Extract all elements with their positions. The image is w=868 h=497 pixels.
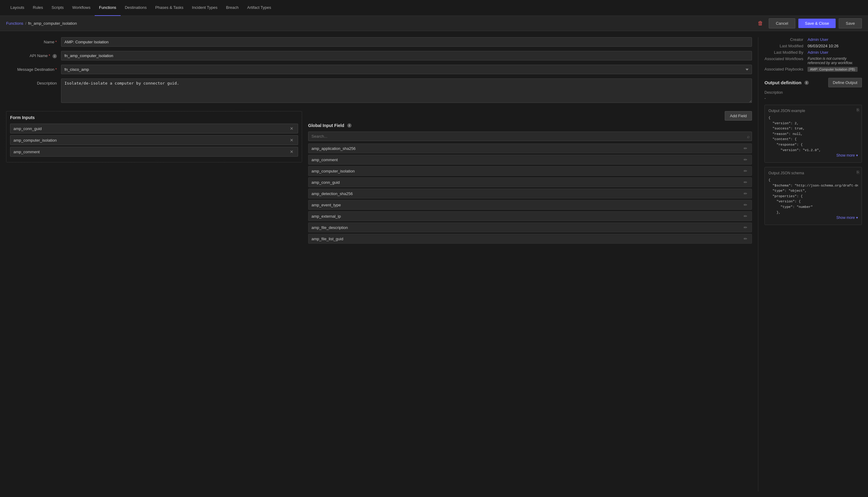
tab-destinations[interactable]: Destinations <box>121 0 151 16</box>
edit-amp-file-description[interactable]: ✏ <box>742 225 748 230</box>
edit-amp-file-list-guid[interactable]: ✏ <box>742 236 748 241</box>
global-input-search-box: ⌕ <box>308 131 752 141</box>
json-schema-label: Output JSON schema <box>768 171 858 175</box>
description-field-row: Description Isolate/de-isolate a compute… <box>6 79 752 104</box>
form-inputs-panel: Form Inputs amp_conn_guid ✕ amp_computer… <box>6 111 302 162</box>
tab-breach[interactable]: Breach <box>222 0 243 16</box>
edit-amp-external-ip[interactable]: ✏ <box>742 214 748 218</box>
left-panel: Name* API Name* i Message Destination* <box>6 37 758 492</box>
chevron-down-icon-2 <box>856 215 858 220</box>
tab-layouts[interactable]: Layouts <box>6 0 29 16</box>
breadcrumb-separator: / <box>25 21 26 26</box>
output-definition-section: Output definition i Define Output Descri… <box>765 78 862 225</box>
global-field-list: amp_application_sha256 ✏ amp_comment ✏ a… <box>308 143 752 244</box>
form-inputs-title: Form Inputs <box>10 115 298 120</box>
creator-value: Admin User <box>808 37 862 42</box>
associated-workflows-label: Associated Workflows <box>765 56 803 65</box>
api-name-input[interactable] <box>61 51 752 60</box>
tab-rules[interactable]: Rules <box>29 0 47 16</box>
copy-json-example-button[interactable]: ⎘ <box>857 108 859 112</box>
breadcrumb-bar: Functions / fn_amp_computer_isolation 🗑 … <box>0 16 868 31</box>
chevron-down-icon <box>856 153 858 157</box>
json-example-box: Output JSON example ⎘ { "version": 2, "s… <box>765 105 862 163</box>
output-desc-label: Description <box>765 90 862 95</box>
edit-amp-computer-isolation[interactable]: ✏ <box>742 169 748 173</box>
creator-link[interactable]: Admin User <box>808 37 828 42</box>
show-more-json-schema-button[interactable]: Show more <box>836 214 858 221</box>
api-name-label: API Name* i <box>6 51 61 58</box>
breadcrumb: Functions / fn_amp_computer_isolation <box>6 21 77 26</box>
edit-amp-event-type[interactable]: ✏ <box>742 202 748 207</box>
last-modified-by-link[interactable]: Admin User <box>808 50 828 55</box>
global-input-search[interactable] <box>308 131 752 141</box>
define-output-button[interactable]: Define Output <box>828 78 862 87</box>
name-input-wrapper <box>61 37 752 47</box>
msg-dest-required: * <box>55 67 57 72</box>
list-item: amp_application_sha256 ✏ <box>308 143 752 153</box>
list-item: amp_file_list_guid ✏ <box>308 234 752 244</box>
json-example-label: Output JSON example <box>768 109 858 113</box>
breadcrumb-parent[interactable]: Functions <box>6 21 23 26</box>
list-item: amp_event_type ✏ <box>308 200 752 210</box>
api-name-info-icon: i <box>53 54 57 58</box>
tab-workflows[interactable]: Workflows <box>68 0 95 16</box>
edit-amp-detection-sha256[interactable]: ✏ <box>742 191 748 196</box>
output-definition-header: Output definition i Define Output <box>765 78 862 87</box>
last-modified-label: Last Modified <box>765 44 803 48</box>
global-input-panel: Global Input Field i ⌕ amp_application_s… <box>308 123 752 244</box>
save-close-button[interactable]: Save & Close <box>798 19 836 28</box>
global-input-title: Global Input Field i <box>308 123 352 128</box>
message-dest-label: Message Destination* <box>6 65 61 72</box>
save-button[interactable]: Save <box>839 18 862 28</box>
output-info-icon: i <box>804 81 809 85</box>
show-more-json-example-button[interactable]: Show more <box>836 152 858 159</box>
last-modified-value: 06/03/2024 10:26 <box>808 44 862 48</box>
tab-scripts[interactable]: Scripts <box>47 0 68 16</box>
playbook-badge: AMP: Computer Isolation (PB) <box>808 67 857 72</box>
name-input[interactable] <box>61 37 752 47</box>
name-field-row: Name* <box>6 37 752 47</box>
form-section: Name* API Name* i Message Destination* <box>6 37 752 104</box>
main-content: Name* API Name* i Message Destination* <box>0 31 868 497</box>
description-label: Description <box>6 79 61 85</box>
json-example-code: { "version": 2, "success": true, "reason… <box>768 115 858 152</box>
add-field-button[interactable]: Add Field <box>725 111 752 120</box>
metadata-grid: Creator Admin User Last Modified 06/03/2… <box>765 37 862 72</box>
tab-phases-tasks[interactable]: Phases & Tasks <box>151 0 187 16</box>
message-dest-select[interactable]: fn_cisco_amp <box>61 65 752 74</box>
edit-amp-application-sha256[interactable]: ✏ <box>742 146 748 151</box>
search-icon: ⌕ <box>747 134 750 139</box>
json-schema-box: Output JSON schema ⎘ { "$schema": "http:… <box>765 167 862 225</box>
name-required: * <box>55 40 57 44</box>
form-input-amp-conn-guid: amp_conn_guid ✕ <box>10 124 298 133</box>
tab-artifact-types[interactable]: Artifact Types <box>243 0 276 16</box>
tab-incident-types[interactable]: Incident Types <box>187 0 222 16</box>
edit-amp-conn-guid[interactable]: ✏ <box>742 180 748 185</box>
edit-amp-comment[interactable]: ✏ <box>742 157 748 162</box>
message-dest-input-wrapper: fn_cisco_amp <box>61 65 752 74</box>
tab-functions[interactable]: Functions <box>95 0 120 16</box>
list-item: amp_computer_isolation ✏ <box>308 166 752 176</box>
top-navigation: Layouts Rules Scripts Workflows Function… <box>0 0 868 16</box>
cancel-button[interactable]: Cancel <box>769 18 795 28</box>
api-name-required: * <box>48 54 50 58</box>
description-textarea[interactable]: Isolate/de-isolate a computer by connect… <box>61 79 752 103</box>
form-input-amp-computer-isolation: amp_computer_isolation ✕ <box>10 135 298 145</box>
breadcrumb-current: fn_amp_computer_isolation <box>28 21 77 26</box>
output-definition-title: Output definition i <box>765 80 809 85</box>
remove-amp-comment[interactable]: ✕ <box>289 149 295 154</box>
name-label: Name* <box>6 37 61 44</box>
list-item: amp_external_ip ✏ <box>308 211 752 221</box>
associated-playbooks-value: AMP: Computer Isolation (PB) <box>808 67 862 72</box>
form-input-amp-comment: amp_comment ✕ <box>10 147 298 157</box>
json-schema-code: { "$schema": "http://json-schema.org/dra… <box>768 178 858 214</box>
copy-json-schema-button[interactable]: ⎘ <box>857 170 859 175</box>
delete-button[interactable]: 🗑 <box>755 19 766 28</box>
list-item: amp_comment ✏ <box>308 155 752 165</box>
list-item: amp_detection_sha256 ✏ <box>308 189 752 198</box>
global-input-header: Global Input Field i <box>308 123 752 128</box>
remove-amp-computer-isolation[interactable]: ✕ <box>289 138 295 143</box>
remove-amp-conn-guid[interactable]: ✕ <box>289 126 295 131</box>
right-panel: Creator Admin User Last Modified 06/03/2… <box>758 37 862 492</box>
global-input-info-icon: i <box>347 123 352 128</box>
